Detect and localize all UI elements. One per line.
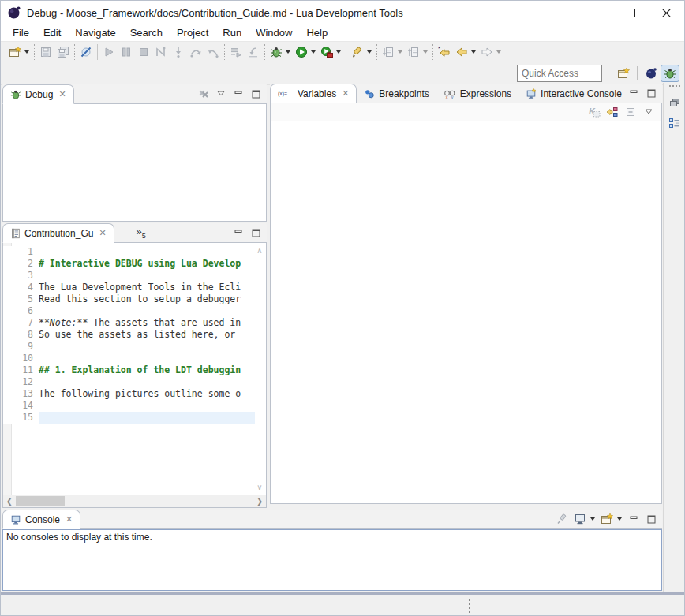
collapse-all-button[interactable] bbox=[623, 105, 638, 119]
editor-scroll-down-icon[interactable]: ∨ bbox=[255, 483, 264, 491]
external-tools-dropdown[interactable] bbox=[336, 50, 341, 54]
editor-line[interactable]: 8So use the assets as listed here, or bbox=[3, 329, 255, 341]
console-maximize-button[interactable] bbox=[643, 512, 659, 526]
marker-pen-dropdown[interactable] bbox=[367, 50, 372, 54]
console-tab[interactable]: Console ✕ bbox=[2, 510, 80, 529]
display-selected-console-button[interactable] bbox=[572, 512, 588, 526]
tab-expressions[interactable]: xy Expressions bbox=[436, 84, 518, 103]
terminate-button[interactable] bbox=[135, 43, 152, 61]
close-window-button[interactable] bbox=[649, 1, 684, 24]
editor-line[interactable]: 14 bbox=[3, 400, 255, 412]
outline-view-button[interactable] bbox=[667, 116, 683, 130]
editor-tab[interactable]: Contribution_Gu ✕ bbox=[2, 223, 114, 243]
marker-pen-button[interactable] bbox=[349, 43, 366, 61]
menu-file[interactable]: File bbox=[6, 25, 36, 40]
editor-line[interactable]: 1 bbox=[3, 246, 255, 258]
debug-dropdown[interactable] bbox=[286, 50, 290, 54]
debug-view-tab[interactable]: Debug ✕ bbox=[2, 84, 74, 104]
menu-window[interactable]: Window bbox=[249, 25, 299, 40]
menu-help[interactable]: Help bbox=[299, 25, 335, 40]
menu-project[interactable]: Project bbox=[170, 25, 215, 40]
save-all-button[interactable] bbox=[54, 43, 72, 61]
resume-button[interactable] bbox=[100, 43, 118, 61]
editor-scroll-up-icon[interactable]: ∧ bbox=[255, 246, 264, 255]
back-dropdown[interactable] bbox=[471, 50, 476, 54]
editor-line[interactable]: 5Read this section to setup a debugger bbox=[3, 293, 255, 305]
debug-view-minimize-button[interactable] bbox=[230, 87, 246, 101]
debug-perspective-button[interactable] bbox=[661, 65, 679, 82]
editor-line[interactable]: 7**Note:** The assets that are used in bbox=[3, 317, 255, 329]
minimize-window-button[interactable] bbox=[578, 1, 613, 24]
step-over-button[interactable] bbox=[187, 43, 204, 61]
editor-overflow-chevron[interactable]: »5 bbox=[137, 226, 146, 240]
show-logical-structure-button[interactable] bbox=[605, 105, 620, 119]
open-console-dropdown[interactable] bbox=[617, 517, 622, 521]
menu-edit[interactable]: Edit bbox=[36, 25, 68, 40]
ldt-perspective-button[interactable] bbox=[642, 65, 661, 82]
maximize-window-button[interactable] bbox=[613, 1, 649, 24]
tab-interactive-console[interactable]: Interactive Console bbox=[518, 84, 629, 103]
editor-line[interactable]: 3 bbox=[3, 270, 255, 282]
debug-view-content[interactable] bbox=[2, 104, 267, 222]
run-dropdown[interactable] bbox=[311, 50, 316, 54]
pin-console-button[interactable] bbox=[555, 512, 571, 526]
remove-terminated-button[interactable] bbox=[196, 87, 211, 101]
editor-minimize-button[interactable] bbox=[230, 226, 246, 240]
display-console-dropdown[interactable] bbox=[590, 517, 595, 521]
previous-annotation-button[interactable] bbox=[405, 43, 422, 61]
console-minimize-button[interactable] bbox=[626, 512, 642, 526]
scroll-left-icon[interactable]: ❮ bbox=[3, 497, 16, 506]
status-drag-handle[interactable] bbox=[469, 599, 470, 616]
console-content[interactable]: No consoles to display at this time. bbox=[2, 529, 662, 591]
show-type-names-button[interactable]: K bbox=[586, 105, 602, 119]
variables-minimize-button[interactable] bbox=[626, 86, 642, 100]
open-perspective-button[interactable] bbox=[614, 65, 633, 82]
debug-view-menu-button[interactable] bbox=[213, 87, 229, 101]
scrollbar-thumb[interactable] bbox=[16, 496, 65, 506]
editor-tab-close-icon[interactable]: ✕ bbox=[99, 228, 106, 238]
scroll-right-icon[interactable]: ❯ bbox=[253, 497, 266, 506]
tab-breakpoints[interactable]: Breakpoints bbox=[357, 84, 436, 103]
drop-to-frame-button[interactable] bbox=[245, 43, 262, 61]
new-wizard-dropdown[interactable] bbox=[24, 50, 29, 54]
disconnect-button[interactable] bbox=[152, 43, 170, 61]
menu-run[interactable]: Run bbox=[215, 25, 249, 40]
step-return-button[interactable] bbox=[204, 43, 222, 61]
variables-maximize-button[interactable] bbox=[643, 86, 659, 100]
editor-horizontal-scrollbar[interactable]: ❮ ❯ bbox=[3, 495, 266, 507]
editor-maximize-button[interactable] bbox=[248, 226, 264, 240]
use-step-filters-button[interactable] bbox=[227, 43, 245, 61]
next-annotation-dropdown[interactable] bbox=[398, 50, 402, 54]
external-tools-button[interactable] bbox=[318, 43, 335, 61]
tab-variables-close-icon[interactable]: ✕ bbox=[342, 88, 349, 99]
editor-line[interactable]: 13The following pictures outline some o bbox=[3, 388, 255, 400]
tab-variables[interactable]: (x)= Variables ✕ bbox=[270, 84, 357, 103]
debug-view-tab-close-icon[interactable]: ✕ bbox=[58, 89, 66, 99]
suspend-button[interactable] bbox=[118, 43, 135, 61]
forward-button[interactable] bbox=[478, 43, 496, 61]
new-wizard-button[interactable] bbox=[6, 43, 24, 61]
editor-line[interactable]: 4The Lua Development Tools in the Ecli bbox=[3, 282, 255, 293]
quick-access-input[interactable] bbox=[517, 65, 602, 82]
back-button[interactable] bbox=[453, 43, 470, 61]
debug-view-maximize-button[interactable] bbox=[248, 87, 264, 101]
editor-line[interactable]: 15 bbox=[3, 412, 255, 424]
editor-line[interactable]: 9 bbox=[3, 341, 255, 353]
save-button[interactable] bbox=[37, 43, 54, 61]
editor-content[interactable]: 12# Interactive DEBUG using Lua Develop3… bbox=[2, 243, 267, 508]
step-into-button[interactable] bbox=[170, 43, 187, 61]
console-tab-close-icon[interactable]: ✕ bbox=[66, 514, 73, 525]
menu-navigate[interactable]: Navigate bbox=[68, 25, 122, 40]
editor-line[interactable]: 12 bbox=[3, 376, 255, 388]
editor-line[interactable]: 2# Interactive DEBUG using Lua Develop bbox=[3, 258, 255, 270]
menu-search[interactable]: Search bbox=[123, 25, 170, 40]
editor-line[interactable]: 11## 1. Explanation of the LDT debuggin bbox=[3, 364, 255, 376]
last-edit-location-button[interactable]: * bbox=[436, 43, 453, 61]
debug-button[interactable] bbox=[268, 43, 285, 61]
restore-view-button[interactable] bbox=[667, 95, 683, 110]
open-console-button[interactable] bbox=[599, 512, 615, 526]
trim-drag-handle[interactable] bbox=[669, 85, 680, 91]
skip-all-breakpoints-button[interactable] bbox=[77, 43, 95, 61]
previous-annotation-dropdown[interactable] bbox=[423, 50, 428, 54]
editor-line[interactable]: 10 bbox=[3, 353, 255, 364]
